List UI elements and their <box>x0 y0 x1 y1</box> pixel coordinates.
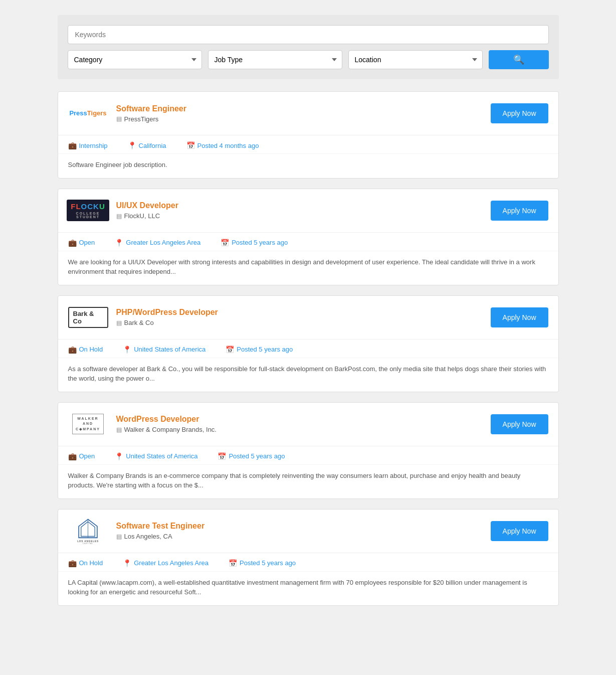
job-info: Software Engineer ▤ PressTigers <box>116 104 491 123</box>
job-info: UI/UX Developer ▤ FlockU, LLC <box>116 201 491 220</box>
date-meta: 📅 Posted 5 years ago <box>229 559 296 567</box>
job-type-label: On Hold <box>79 346 103 353</box>
location-meta: 📍 United States of America <box>123 346 206 354</box>
job-type-meta: 💼 On Hold <box>68 559 103 567</box>
job-card: PressTigers Software Engineer ▤ PressTig… <box>58 91 559 179</box>
location-meta: 📍 United States of America <box>115 452 197 460</box>
job-card-meta: 💼 On Hold 📍 Greater Los Angeles Area 📅 P… <box>58 553 558 572</box>
company-name: ▤ FlockU, LLC <box>116 212 491 220</box>
keywords-input[interactable] <box>68 25 549 44</box>
calendar-icon: 📅 <box>229 559 237 567</box>
location-icon: 📍 <box>128 141 136 149</box>
location-label: Greater Los Angeles Area <box>126 239 200 246</box>
job-type-label: On Hold <box>79 559 103 567</box>
posted-date: Posted 4 months ago <box>197 142 259 149</box>
company-logo: PressTigers <box>68 101 108 126</box>
company-logo: LOS ANGELES CAPITAL <box>68 519 108 544</box>
job-title[interactable]: Software Engineer <box>116 104 491 113</box>
job-type-meta: 💼 Open <box>68 452 95 460</box>
location-select[interactable]: Location <box>348 50 483 69</box>
job-card-header: FLOCKUCOLLEGE STUDENT UI/UX Developer ▤ … <box>58 189 558 233</box>
company-logo: FLOCKUCOLLEGE STUDENT <box>68 198 108 223</box>
briefcase-icon: 💼 <box>68 452 77 460</box>
location-label: Greater Los Angeles Area <box>134 559 209 567</box>
company-name: ▤ Bark & Co <box>116 319 491 326</box>
calendar-icon: 📅 <box>218 452 226 460</box>
job-title[interactable]: WordPress Developer <box>116 415 491 424</box>
company-icon: ▤ <box>116 115 122 122</box>
date-meta: 📅 Posted 5 years ago <box>218 452 285 460</box>
job-card-header: PressTigers Software Engineer ▤ PressTig… <box>58 92 558 135</box>
location-icon: 📍 <box>115 452 123 460</box>
company-name-text: FlockU, LLC <box>124 212 160 220</box>
job-card: Bark & Co PHP/WordPress Developer ▤ Bark… <box>58 295 559 392</box>
job-card-meta: 💼 Open 📍 Greater Los Angeles Area 📅 Post… <box>58 233 558 251</box>
location-label: United States of America <box>126 452 197 460</box>
company-name-text: Walker & Company Brands, Inc. <box>124 426 217 433</box>
company-logo: Bark & Co <box>68 305 108 330</box>
job-description: We are looking for a UI/UX Developer wit… <box>58 251 558 285</box>
location-label: United States of America <box>134 346 206 353</box>
company-icon: ▤ <box>116 319 122 326</box>
date-meta: 📅 Posted 5 years ago <box>226 346 293 354</box>
job-card: FLOCKUCOLLEGE STUDENT UI/UX Developer ▤ … <box>58 189 559 285</box>
apply-now-button[interactable]: Apply Now <box>491 307 548 327</box>
briefcase-icon: 💼 <box>68 559 77 567</box>
apply-now-button[interactable]: Apply Now <box>491 103 548 123</box>
job-type-meta: 💼 Open <box>68 239 95 247</box>
company-name: ▤ Los Angeles, CA <box>116 533 491 540</box>
job-description: LA Capital (www.lacapm.com), a well-esta… <box>58 572 558 605</box>
job-title[interactable]: Software Test Engineer <box>116 522 491 531</box>
job-type-meta: 💼 On Hold <box>68 346 103 354</box>
location-meta: 📍 Greater Los Angeles Area <box>115 239 200 247</box>
location-meta: 📍 Greater Los Angeles Area <box>123 559 209 567</box>
svg-text:CAPITAL: CAPITAL <box>83 543 93 545</box>
job-card: WALKERANDC◆MPANY WordPress Developer ▤ W… <box>58 402 559 499</box>
jobs-list: PressTigers Software Engineer ▤ PressTig… <box>58 91 559 606</box>
search-section: Category Job Type Location 🔍 <box>58 15 559 79</box>
location-icon: 📍 <box>115 239 123 247</box>
apply-now-button[interactable]: Apply Now <box>491 414 548 434</box>
jobtype-select[interactable]: Job Type <box>208 50 342 69</box>
posted-date: Posted 5 years ago <box>232 239 288 246</box>
job-type-label: Open <box>79 452 95 460</box>
job-title[interactable]: PHP/WordPress Developer <box>116 308 491 317</box>
svg-text:LOS ANGELES: LOS ANGELES <box>77 540 99 543</box>
company-icon: ▤ <box>116 426 122 433</box>
apply-now-button[interactable]: Apply Now <box>491 521 548 541</box>
job-description: Software Engineer job description. <box>58 154 558 178</box>
location-label: California <box>139 142 166 149</box>
posted-date: Posted 5 years ago <box>229 452 285 460</box>
company-name-text: PressTigers <box>124 115 159 123</box>
filter-row: Category Job Type Location 🔍 <box>68 50 549 69</box>
job-type-label: Open <box>79 239 95 246</box>
apply-now-button[interactable]: Apply Now <box>491 201 548 221</box>
posted-date: Posted 5 years ago <box>237 346 293 353</box>
company-icon: ▤ <box>116 533 122 540</box>
page-wrapper: Category Job Type Location 🔍 PressTigers… <box>48 0 569 631</box>
job-card: LOS ANGELES CAPITAL Software Test Engine… <box>58 509 559 606</box>
company-name-text: Bark & Co <box>124 319 154 326</box>
date-meta: 📅 Posted 5 years ago <box>221 239 288 247</box>
category-select[interactable]: Category <box>68 50 202 69</box>
location-icon: 📍 <box>123 559 131 567</box>
calendar-icon: 📅 <box>226 346 234 354</box>
job-card-header: Bark & Co PHP/WordPress Developer ▤ Bark… <box>58 296 558 340</box>
location-icon: 📍 <box>123 346 131 354</box>
company-name: ▤ PressTigers <box>116 115 491 123</box>
job-info: Software Test Engineer ▤ Los Angeles, CA <box>116 522 491 540</box>
job-card-meta: 💼 On Hold 📍 United States of America 📅 P… <box>58 340 558 358</box>
job-card-header: WALKERANDC◆MPANY WordPress Developer ▤ W… <box>58 403 558 446</box>
job-description: As a software developer at Bark & Co., y… <box>58 358 558 392</box>
job-info: PHP/WordPress Developer ▤ Bark & Co <box>116 308 491 326</box>
job-title[interactable]: UI/UX Developer <box>116 201 491 210</box>
search-icon: 🔍 <box>513 54 524 65</box>
company-logo: WALKERANDC◆MPANY <box>68 412 108 437</box>
briefcase-icon: 💼 <box>68 141 77 149</box>
search-button[interactable]: 🔍 <box>489 50 549 69</box>
briefcase-icon: 💼 <box>68 346 77 354</box>
briefcase-icon: 💼 <box>68 239 77 247</box>
date-meta: 📅 Posted 4 months ago <box>186 141 259 149</box>
job-card-meta: 💼 Open 📍 United States of America 📅 Post… <box>58 446 558 465</box>
calendar-icon: 📅 <box>186 141 195 149</box>
